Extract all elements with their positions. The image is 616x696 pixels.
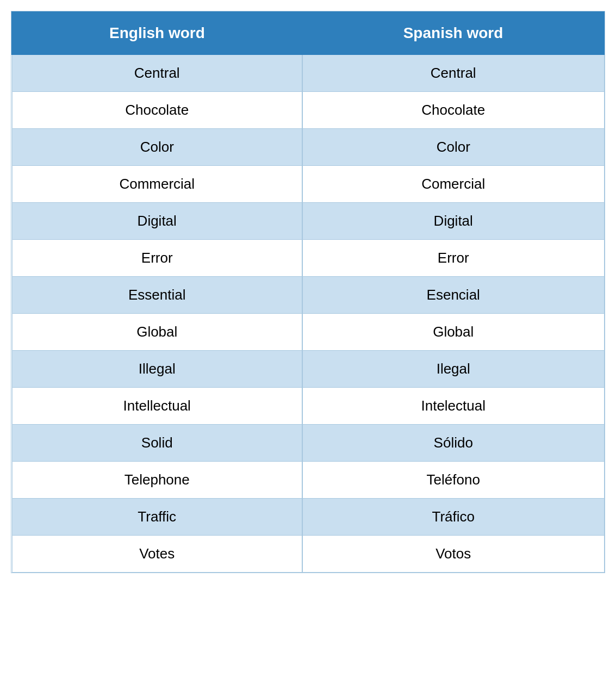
header-spanish: Spanish word: [302, 12, 604, 54]
table-header-row: English word Spanish word: [12, 12, 604, 54]
cell-english: Central: [12, 54, 302, 92]
vocabulary-table: English word Spanish word CentralCentral…: [11, 11, 605, 573]
table-row: IllegalIlegal: [12, 351, 604, 388]
table-row: ColorColor: [12, 129, 604, 166]
cell-english: Commercial: [12, 166, 302, 203]
cell-english: Chocolate: [12, 92, 302, 129]
cell-spanish: Teléfono: [302, 462, 604, 499]
table-row: ErrorError: [12, 240, 604, 277]
cell-spanish: Intelectual: [302, 388, 604, 425]
cell-spanish: Digital: [302, 203, 604, 240]
cell-spanish: Error: [302, 240, 604, 277]
table-row: ChocolateChocolate: [12, 92, 604, 129]
cell-spanish: Comercial: [302, 166, 604, 203]
cell-english: Digital: [12, 203, 302, 240]
cell-english: Intellectual: [12, 388, 302, 425]
cell-spanish: Ilegal: [302, 351, 604, 388]
table-row: GlobalGlobal: [12, 314, 604, 351]
cell-spanish: Global: [302, 314, 604, 351]
table-row: CentralCentral: [12, 54, 604, 92]
table-row: DigitalDigital: [12, 203, 604, 240]
table-row: TelephoneTeléfono: [12, 462, 604, 499]
header-english: English word: [12, 12, 302, 54]
cell-spanish: Central: [302, 54, 604, 92]
table-row: TrafficTráfico: [12, 499, 604, 536]
cell-spanish: Chocolate: [302, 92, 604, 129]
cell-spanish: Votos: [302, 536, 604, 573]
table-row: SolidSólido: [12, 425, 604, 462]
cell-english: Solid: [12, 425, 302, 462]
cell-spanish: Tráfico: [302, 499, 604, 536]
cell-english: Illegal: [12, 351, 302, 388]
table-row: VotesVotos: [12, 536, 604, 573]
cell-english: Essential: [12, 277, 302, 314]
table-row: EssentialEsencial: [12, 277, 604, 314]
table-row: IntellectualIntelectual: [12, 388, 604, 425]
cell-spanish: Esencial: [302, 277, 604, 314]
table-row: CommercialComercial: [12, 166, 604, 203]
cell-english: Votes: [12, 536, 302, 573]
cell-spanish: Color: [302, 129, 604, 166]
cell-english: Traffic: [12, 499, 302, 536]
cell-english: Global: [12, 314, 302, 351]
cell-spanish: Sólido: [302, 425, 604, 462]
cell-english: Telephone: [12, 462, 302, 499]
cell-english: Color: [12, 129, 302, 166]
cell-english: Error: [12, 240, 302, 277]
